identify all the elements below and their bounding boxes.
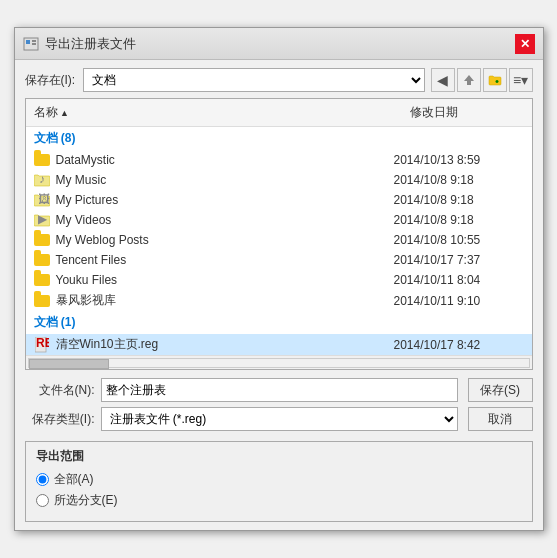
radio-selected[interactable] xyxy=(36,494,49,507)
list-item[interactable]: Tencent Files 2014/10/17 7:37 xyxy=(26,250,532,270)
file-list-container: 名称 修改日期 文档 (8) DataMystic 2014/10/13 8:5… xyxy=(25,98,533,370)
svg-text:♪: ♪ xyxy=(39,173,45,186)
file-list-scroll[interactable]: 文档 (8) DataMystic 2014/10/13 8:59 ♪ xyxy=(26,127,532,355)
action-buttons-2: 取消 xyxy=(468,407,533,431)
svg-text:▶: ▶ xyxy=(38,213,48,226)
svg-text:🖼: 🖼 xyxy=(38,193,50,206)
save-in-select[interactable]: 文档 xyxy=(83,68,425,92)
file-name: 暴风影视库 xyxy=(56,292,394,309)
folder-icon xyxy=(34,252,50,268)
filetype-select[interactable]: 注册表文件 (*.reg) xyxy=(101,407,458,431)
action-buttons-1: 保存(S) xyxy=(468,378,533,402)
save-button[interactable]: 保存(S) xyxy=(468,378,533,402)
file-date: 2014/10/13 8:59 xyxy=(394,153,524,167)
file-date: 2014/10/8 9:18 xyxy=(394,193,524,207)
file-date: 2014/10/8 9:18 xyxy=(394,173,524,187)
save-in-row: 保存在(I): 文档 ◀ ≡▾ xyxy=(25,68,533,92)
file-name: Tencent Files xyxy=(56,253,394,267)
close-button[interactable]: ✕ xyxy=(515,34,535,54)
title-bar-left: 导出注册表文件 xyxy=(23,35,136,53)
file-name: My Videos xyxy=(56,213,394,227)
title-bar: 导出注册表文件 ✕ xyxy=(15,28,543,60)
special-folder-icon: ▶ xyxy=(34,212,50,228)
file-name: My Pictures xyxy=(56,193,394,207)
list-item[interactable]: 🖼 My Pictures 2014/10/8 9:18 xyxy=(26,190,532,210)
list-item[interactable]: My Weblog Posts 2014/10/8 10:55 xyxy=(26,230,532,250)
file-name: Youku Files xyxy=(56,273,394,287)
col-name-header[interactable]: 名称 xyxy=(26,102,402,123)
file-name: 清空Win10主页.reg xyxy=(56,336,394,353)
cancel-button[interactable]: 取消 xyxy=(468,407,533,431)
filetype-row: 保存类型(I): 注册表文件 (*.reg) 取消 xyxy=(25,407,533,431)
file-date: 2014/10/17 7:37 xyxy=(394,253,524,267)
folder-icon xyxy=(34,272,50,288)
export-dialog: 导出注册表文件 ✕ 保存在(I): 文档 ◀ xyxy=(14,27,544,531)
dialog-body: 保存在(I): 文档 ◀ ≡▾ xyxy=(15,60,543,530)
svg-text:REG: REG xyxy=(36,337,49,350)
up-button[interactable] xyxy=(457,68,481,92)
list-item[interactable]: Youku Files 2014/10/11 8:04 xyxy=(26,270,532,290)
horizontal-scrollbar[interactable] xyxy=(26,355,532,369)
special-folder-icon: ♪ xyxy=(34,172,50,188)
svg-rect-3 xyxy=(32,43,36,45)
toolbar-buttons: ◀ ≡▾ xyxy=(431,68,533,92)
folder-icon xyxy=(34,293,50,309)
radio-all-label: 全部(A) xyxy=(54,471,94,488)
views-button[interactable]: ≡▾ xyxy=(509,68,533,92)
export-range: 导出范围 全部(A) 所选分支(E) xyxy=(25,441,533,522)
radio-selected-row: 所选分支(E) xyxy=(36,492,522,509)
folder-icon xyxy=(34,152,50,168)
bottom-fields: 文件名(N): 保存(S) 保存类型(I): 注册表文件 (*.reg) 取消 xyxy=(25,378,533,431)
file-date: 2014/10/17 8:42 xyxy=(394,338,524,352)
special-folder-icon: 🖼 xyxy=(34,192,50,208)
file-date: 2014/10/11 8:04 xyxy=(394,273,524,287)
radio-selected-label: 所选分支(E) xyxy=(54,492,118,509)
filetype-label: 保存类型(I): xyxy=(25,411,95,428)
file-date: 2014/10/8 9:18 xyxy=(394,213,524,227)
list-item[interactable]: REG 清空Win10主页.reg 2014/10/17 8:42 xyxy=(26,334,532,355)
save-in-label: 保存在(I): xyxy=(25,72,77,89)
filename-row: 文件名(N): 保存(S) xyxy=(25,378,533,402)
h-scroll-thumb[interactable] xyxy=(29,359,109,369)
file-name: My Music xyxy=(56,173,394,187)
reg-file-icon: REG xyxy=(34,337,50,353)
list-item[interactable]: ▶ My Videos 2014/10/8 9:18 xyxy=(26,210,532,230)
h-scroll-track xyxy=(28,358,530,368)
back-button[interactable]: ◀ xyxy=(431,68,455,92)
filename-input[interactable] xyxy=(101,378,458,402)
list-item[interactable]: 暴风影视库 2014/10/11 9:10 xyxy=(26,290,532,311)
dialog-title: 导出注册表文件 xyxy=(45,35,136,53)
file-date: 2014/10/8 10:55 xyxy=(394,233,524,247)
list-item[interactable]: ♪ My Music 2014/10/8 9:18 xyxy=(26,170,532,190)
filename-label: 文件名(N): xyxy=(25,382,95,399)
svg-rect-2 xyxy=(32,40,36,42)
group-label-1: 文档 (8) xyxy=(26,127,532,150)
new-folder-button[interactable] xyxy=(483,68,507,92)
svg-rect-1 xyxy=(26,40,30,44)
file-name: DataMystic xyxy=(56,153,394,167)
list-item[interactable]: DataMystic 2014/10/13 8:59 xyxy=(26,150,532,170)
regedit-icon xyxy=(23,36,39,52)
file-list-header: 名称 修改日期 xyxy=(26,99,532,127)
file-date: 2014/10/11 9:10 xyxy=(394,294,524,308)
file-name: My Weblog Posts xyxy=(56,233,394,247)
group-label-2: 文档 (1) xyxy=(26,311,532,334)
col-date-header: 修改日期 xyxy=(402,102,532,123)
radio-all[interactable] xyxy=(36,473,49,486)
export-range-legend: 导出范围 xyxy=(36,448,522,465)
radio-all-row: 全部(A) xyxy=(36,471,522,488)
folder-icon xyxy=(34,232,50,248)
